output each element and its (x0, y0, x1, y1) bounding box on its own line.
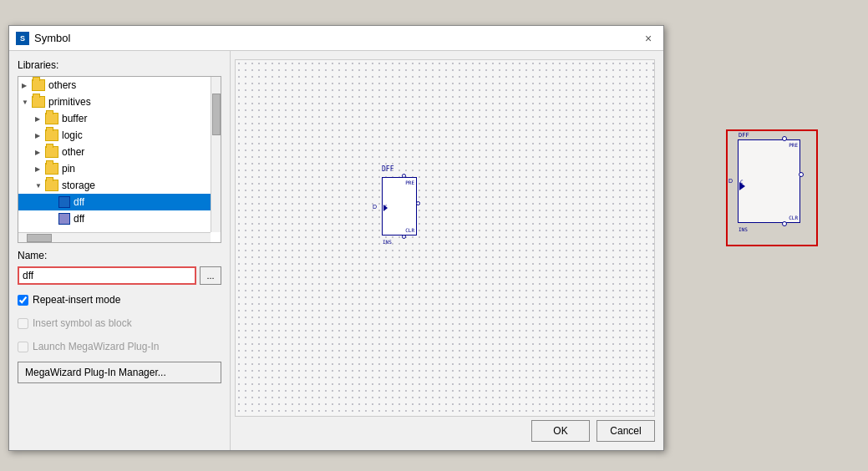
right-output-circle (799, 172, 804, 177)
ok-button[interactable]: OK (531, 420, 590, 442)
name-section: Name: ... (18, 250, 221, 285)
launch-mega-checkbox[interactable] (18, 342, 28, 352)
dialog-body: Libraries: ▶ others ▼ primitives (9, 51, 663, 450)
name-input-row: ... (18, 266, 221, 285)
folder-icon-primitives (32, 96, 45, 108)
right-clock-arrow (739, 182, 745, 190)
dff-top-label: DFF (382, 165, 393, 173)
dialog-title: Symbol (34, 32, 70, 44)
tree-item-storage[interactable]: ▼ storage (18, 177, 221, 194)
tree-label-pin: pin (62, 163, 75, 175)
tree-label-others: others (48, 79, 76, 91)
file-icon-dff2 (58, 213, 70, 225)
dialog-icon: S (16, 32, 29, 45)
folder-icon-buffer (45, 113, 58, 124)
repeat-insert-checkbox[interactable] (18, 295, 28, 306)
dff-clr-circle (402, 235, 406, 239)
tree-item-dff-selected[interactable]: dff (18, 194, 221, 210)
tree-arrow-primitives: ▼ (22, 99, 32, 106)
tree-item-dff2[interactable]: dff (18, 210, 221, 227)
tree-vscrollbar[interactable] (211, 77, 221, 232)
folder-icon-others (32, 79, 45, 91)
repeat-insert-label: Repeat-insert mode (33, 294, 120, 306)
title-bar: S Symbol × (9, 26, 663, 51)
symbol-dialog: S Symbol × Libraries: ▶ others (8, 25, 664, 451)
dff-clock-arrow (383, 205, 388, 211)
launch-mega-label: Launch MegaWizard Plug-In (33, 341, 159, 352)
left-panel: Libraries: ▶ others ▼ primitives (9, 51, 231, 450)
cancel-button[interactable]: Cancel (596, 420, 655, 442)
tree-label-primitives: primitives (48, 96, 91, 108)
libraries-label: Libraries: (18, 59, 221, 71)
tree-label-dff2: dff (74, 213, 84, 225)
tree-item-others[interactable]: ▶ others (18, 77, 221, 94)
folder-icon-logic (45, 129, 58, 141)
insert-symbol-label: Insert symbol as block (33, 317, 132, 329)
folder-icon-pin (45, 163, 58, 175)
tree-arrow-other: ▶ (35, 149, 45, 156)
tree-label-buffer: buffer (62, 113, 87, 124)
tree-arrow-storage: ▼ (35, 182, 45, 190)
preview-area: DFF PRE C D CLR INS (235, 59, 655, 417)
tree-item-other[interactable]: ▶ other (18, 144, 221, 160)
repeat-insert-row: Repeat-insert mode (18, 291, 221, 308)
tree-label-storage: storage (62, 180, 95, 191)
browse-button[interactable]: ... (200, 266, 221, 285)
insert-symbol-checkbox[interactable] (18, 318, 28, 329)
right-clr-label: CLR (789, 215, 798, 220)
tree-item-logic[interactable]: ▶ logic (18, 127, 221, 144)
folder-icon-other (45, 146, 58, 158)
right-preview-container: DFF PRE C D CLR INS (726, 129, 818, 246)
tree-arrow-others: ▶ (22, 82, 32, 89)
dff-clr-label: CLR (405, 227, 414, 233)
dff-box: PRE C D CLR INS (382, 177, 417, 236)
name-input[interactable] (18, 266, 196, 285)
mega-wizard-button[interactable]: MegaWizard Plug-In Manager... (18, 362, 221, 383)
dff-symbol-container: DFF PRE C D CLR INS (382, 177, 417, 236)
folder-icon-storage (45, 180, 58, 191)
right-pre-circle (782, 136, 787, 141)
dff-output-circle (416, 201, 420, 205)
tree-arrow-buffer: ▶ (35, 115, 45, 123)
insert-symbol-row: Insert symbol as block (18, 315, 221, 332)
right-ins-label: INS (739, 226, 748, 232)
title-bar-left: S Symbol (16, 32, 70, 45)
tree-hscrollbar[interactable] (18, 232, 211, 242)
tree-item-buffer[interactable]: ▶ buffer (18, 110, 221, 127)
tree-view[interactable]: ▶ others ▼ primitives ▶ buffer (18, 76, 221, 243)
tree-arrow-pin: ▶ (35, 165, 45, 173)
libraries-section: Libraries: ▶ others ▼ primitives (18, 59, 221, 243)
tree-label-dff-selected: dff (74, 196, 84, 208)
dff-pre-label: PRE (405, 180, 414, 185)
dff-pre-circle (402, 174, 406, 178)
tree-item-pin[interactable]: ▶ pin (18, 160, 221, 177)
close-button[interactable]: × (640, 30, 657, 47)
right-d-label: D (728, 178, 733, 184)
right-dff-label: DFF (739, 132, 749, 139)
tree-vscrollbar-thumb[interactable] (212, 94, 221, 135)
dialog-footer: OK Cancel (531, 420, 655, 442)
dff-ins-label: INS (383, 239, 392, 245)
dff-d-label: D (373, 204, 377, 210)
tree-label-logic: logic (62, 129, 83, 141)
right-pre-label: PRE (789, 142, 798, 148)
tree-label-other: other (62, 146, 84, 158)
tree-arrow-logic: ▶ (35, 132, 45, 139)
tree-hscrollbar-thumb[interactable] (27, 234, 52, 242)
name-label: Name: (18, 250, 221, 261)
launch-mega-row: Launch MegaWizard Plug-In (18, 338, 221, 355)
file-icon-dff-selected (58, 196, 70, 208)
tree-item-primitives[interactable]: ▼ primitives (18, 94, 221, 110)
right-component-box: DFF PRE C D CLR INS (738, 139, 800, 223)
right-clr-circle (782, 221, 787, 226)
